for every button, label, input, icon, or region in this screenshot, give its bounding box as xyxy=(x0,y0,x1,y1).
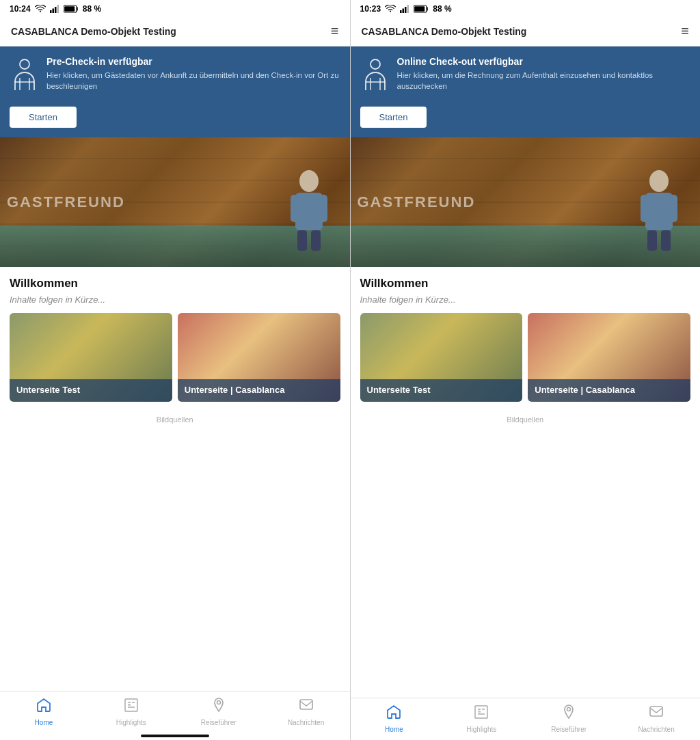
app-title: CASABLANCA Demo-Objekt Testing xyxy=(11,26,176,37)
person-figure xyxy=(635,169,683,253)
svg-rect-39 xyxy=(475,706,487,718)
svg-rect-13 xyxy=(318,195,327,222)
card-grid: Unterseite Test Unterseite | Casablanca xyxy=(10,313,340,402)
banner-title: Online Check-out verfügbar xyxy=(397,56,691,67)
svg-rect-36 xyxy=(668,195,677,222)
checkin-icon xyxy=(360,57,390,98)
nav-icon-home xyxy=(386,704,402,724)
card-item-0[interactable]: Unterseite Test xyxy=(360,313,523,402)
hero-image: GASTFREUND xyxy=(0,137,350,267)
card-item-0[interactable]: Unterseite Test xyxy=(10,313,172,402)
card-overlay-1: Unterseite | Casablanca xyxy=(178,379,340,402)
status-bar: 10:24 88 % xyxy=(0,0,350,16)
svg-rect-0 xyxy=(50,10,52,13)
signal-icon xyxy=(50,5,59,13)
banner-title: Pre-Check-in verfügbar xyxy=(46,56,340,67)
bottom-nav: Home Highlights Reiseführer Nachrichten xyxy=(0,691,350,733)
svg-rect-2 xyxy=(55,7,57,13)
main-content: Willkommen Inhalte folgen in Kürze... Un… xyxy=(351,267,701,698)
svg-point-44 xyxy=(567,708,571,711)
card-overlay-0: Unterseite Test xyxy=(10,379,172,402)
svg-rect-15 xyxy=(311,230,321,251)
card-label-0: Unterseite Test xyxy=(367,385,516,396)
svg-rect-28 xyxy=(414,6,425,12)
nav-icon-messages xyxy=(648,704,664,724)
svg-rect-38 xyxy=(661,230,671,251)
person-svg xyxy=(285,169,333,251)
banner: Pre-Check-in verfügbar Hier klicken, um … xyxy=(0,46,350,137)
welcome-title: Willkommen xyxy=(10,277,340,290)
svg-rect-12 xyxy=(291,195,300,222)
welcome-subtitle: Inhalte folgen in Kürze... xyxy=(10,294,340,305)
svg-point-10 xyxy=(299,170,319,192)
gastfreund-text: GASTFREUND xyxy=(7,193,125,211)
bildquellen: Bildquellen xyxy=(360,410,691,426)
card-label-0: Unterseite Test xyxy=(16,385,165,396)
nav-item-guide[interactable]: Reiseführer xyxy=(175,691,262,733)
card-item-1[interactable]: Unterseite | Casablanca xyxy=(178,313,340,402)
battery-percent: 88 % xyxy=(83,4,101,14)
top-bar: CASABLANCA Demo-Objekt Testing ≡ xyxy=(0,16,350,46)
banner: Online Check-out verfügbar Hier klicken,… xyxy=(351,46,701,137)
svg-rect-3 xyxy=(57,5,59,13)
card-overlay-0: Unterseite Test xyxy=(360,379,523,402)
svg-rect-5 xyxy=(64,6,75,12)
svg-point-33 xyxy=(649,170,669,192)
banner-start-button[interactable]: Starten xyxy=(10,107,77,128)
nav-item-messages[interactable]: Nachrichten xyxy=(262,691,350,733)
svg-point-29 xyxy=(371,59,380,69)
nav-item-highlights[interactable]: Highlights xyxy=(438,698,525,740)
card-item-1[interactable]: Unterseite | Casablanca xyxy=(528,313,690,402)
svg-point-21 xyxy=(217,701,220,704)
banner-content: Online Check-out verfügbar Hier klicken,… xyxy=(360,56,691,98)
nav-item-home[interactable]: Home xyxy=(0,691,88,733)
battery-icon xyxy=(64,5,79,13)
status-bar: 10:23 88 % xyxy=(351,0,701,16)
banner-text: Online Check-out verfügbar Hier klicken,… xyxy=(397,56,691,92)
nav-item-messages[interactable]: Nachrichten xyxy=(612,698,700,740)
card-label-1: Unterseite | Casablanca xyxy=(535,385,684,396)
nav-label-home: Home xyxy=(385,726,403,733)
nav-item-guide[interactable]: Reiseführer xyxy=(525,698,612,740)
card-overlay-1: Unterseite | Casablanca xyxy=(528,379,690,402)
status-time: 10:24 xyxy=(10,4,31,14)
welcome-title: Willkommen xyxy=(360,277,691,290)
nav-icon-guide xyxy=(561,704,577,724)
nav-label-messages: Nachrichten xyxy=(288,719,324,726)
signal-icon xyxy=(400,5,409,13)
nav-icon-messages xyxy=(298,697,314,717)
banner-content: Pre-Check-in verfügbar Hier klicken, um … xyxy=(10,56,340,98)
svg-marker-41 xyxy=(478,711,481,712)
svg-rect-23 xyxy=(400,10,402,13)
phone-phone2: 10:23 88 % CASABLANCA Demo-Objekt Testin… xyxy=(351,0,701,740)
menu-button[interactable]: ≡ xyxy=(681,23,689,39)
person-svg xyxy=(635,169,683,251)
bildquellen: Bildquellen xyxy=(10,410,340,426)
app-container: 10:24 88 % CASABLANCA Demo-Objekt Testin… xyxy=(0,0,700,740)
menu-button[interactable]: ≡ xyxy=(331,23,339,39)
banner-text: Pre-Check-in verfügbar Hier klicken, um … xyxy=(46,56,340,92)
home-indicator xyxy=(141,735,209,737)
banner-description: Hier klicken, um Gästedaten vor Ankunft … xyxy=(46,70,340,92)
banner-description: Hier klicken, um die Rechnung zum Aufent… xyxy=(397,70,691,92)
nav-label-highlights: Highlights xyxy=(116,719,146,726)
top-bar: CASABLANCA Demo-Objekt Testing ≡ xyxy=(351,16,701,46)
nav-item-home[interactable]: Home xyxy=(351,698,438,740)
status-time-group: 10:24 88 % xyxy=(10,4,101,14)
wifi-icon xyxy=(35,5,46,13)
nav-label-guide: Reiseführer xyxy=(201,719,237,726)
phone-phone1: 10:24 88 % CASABLANCA Demo-Objekt Testin… xyxy=(0,0,351,740)
bottom-nav: Home Highlights Reiseführer Nachrichten xyxy=(351,698,701,740)
svg-rect-37 xyxy=(647,230,657,251)
nav-label-highlights: Highlights xyxy=(466,726,496,733)
nav-label-guide: Reiseführer xyxy=(551,726,587,733)
nav-icon-highlights xyxy=(473,704,489,724)
battery-icon xyxy=(414,5,429,13)
hero-image: GASTFREUND xyxy=(351,137,701,267)
svg-rect-16 xyxy=(125,699,137,711)
gastfreund-text: GASTFREUND xyxy=(358,193,476,211)
banner-start-button[interactable]: Starten xyxy=(360,107,427,128)
nav-item-highlights[interactable]: Highlights xyxy=(88,691,175,733)
status-time-group: 10:23 88 % xyxy=(360,4,452,14)
nav-icon-guide xyxy=(211,697,227,717)
